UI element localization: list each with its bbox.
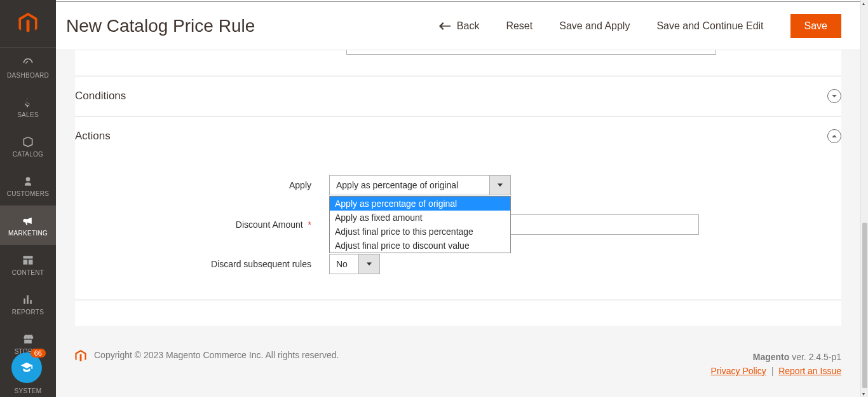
layout-icon [22, 254, 34, 267]
nav-label: MARKETING [8, 230, 48, 237]
magento-small-icon [75, 350, 86, 365]
save-and-continue-button[interactable]: Save and Continue Edit [656, 20, 763, 32]
nav-dashboard[interactable]: DASHBOARD [0, 48, 56, 87]
section-actions[interactable]: Actions [75, 116, 841, 156]
copyright-text: Copyright © 2023 Magento Commerce Inc. A… [94, 350, 339, 360]
person-icon [22, 175, 34, 188]
nav-reports[interactable]: REPORTS [0, 284, 56, 324]
content-area: Conditions Actions Apply Apply as percen… [56, 50, 860, 397]
caret-down-icon [367, 261, 372, 267]
nav-sales[interactable]: SALES [0, 87, 56, 127]
nav-label: CATALOG [13, 151, 43, 158]
row-discard-subsequent: Discard subsequent rules No [75, 254, 841, 274]
dropdown-button[interactable] [489, 176, 510, 195]
nav-label: SALES [17, 111, 39, 118]
footer-brand: Magento [753, 352, 790, 362]
apply-label: Apply [75, 180, 329, 190]
apply-dropdown-list: Apply as percentage of original Apply as… [329, 196, 511, 253]
help-badge: 66 [31, 349, 46, 358]
back-label: Back [457, 20, 480, 32]
form-area: Conditions Actions Apply Apply as percen… [75, 50, 841, 326]
nav-content[interactable]: CONTENT [0, 245, 56, 284]
save-button[interactable]: Save [790, 14, 841, 38]
caret-down-icon [498, 183, 503, 188]
page-header: New Catalog Price Rule Back Reset Save a… [56, 2, 860, 50]
scroll-thumb[interactable] [862, 223, 867, 388]
page-footer: Copyright © 2023 Magento Commerce Inc. A… [75, 350, 841, 378]
nav-label: SYSTEM [15, 387, 42, 394]
discount-label-text: Discount Amount [236, 219, 303, 230]
section-title: Actions [75, 130, 111, 143]
vertical-scrollbar[interactable]: ▴ ▾ [860, 0, 868, 397]
separator: | [771, 366, 774, 376]
chevron-down-icon [831, 93, 837, 99]
apply-value: Apply as percentage of original [330, 176, 489, 195]
apply-select[interactable]: Apply as percentage of original [329, 175, 511, 195]
footer-version: ver. 2.4.5-p1 [789, 352, 841, 362]
apply-option[interactable]: Apply as percentage of original [330, 197, 510, 211]
graduation-cap-icon [20, 361, 34, 375]
admin-sidebar: DASHBOARD SALES CATALOG CUSTOMERS MARKET… [0, 0, 56, 397]
scroll-down-arrow[interactable]: ▾ [862, 391, 867, 396]
section-title: Conditions [75, 90, 126, 102]
discount-amount-label: Discount Amount * [75, 219, 329, 230]
apply-option[interactable]: Adjust final price to this percentage [330, 225, 510, 239]
discard-label: Discard subsequent rules [75, 259, 329, 269]
actions-body: Apply Apply as percentage of original Ap… [75, 156, 841, 300]
dollar-icon [22, 96, 34, 109]
scroll-up-arrow[interactable]: ▴ [862, 1, 867, 6]
box-icon [22, 136, 34, 148]
reset-button[interactable]: Reset [506, 20, 532, 32]
nav-label: CUSTOMERS [7, 190, 49, 197]
apply-option[interactable]: Apply as fixed amount [330, 211, 510, 225]
nav-customers[interactable]: CUSTOMERS [0, 166, 56, 205]
row-apply: Apply Apply as percentage of original Ap… [75, 175, 841, 195]
magento-icon [18, 13, 37, 34]
section-conditions[interactable]: Conditions [75, 76, 841, 116]
dropdown-button[interactable] [358, 254, 379, 274]
bars-icon [22, 293, 34, 306]
back-button[interactable]: Back [439, 20, 480, 32]
apply-option[interactable]: Adjust final price to discount value [330, 239, 510, 253]
nav-label: CONTENT [12, 269, 44, 276]
privacy-policy-link[interactable]: Privacy Policy [711, 366, 766, 376]
megaphone-icon [22, 214, 34, 227]
nav-marketing[interactable]: MARKETING [0, 205, 56, 245]
help-bubble[interactable]: 66 [11, 352, 42, 383]
arrow-left-icon [439, 22, 451, 31]
chevron-up-icon [831, 133, 837, 139]
page-title: New Catalog Price Rule [66, 16, 255, 36]
store-icon [22, 333, 34, 345]
report-issue-link[interactable]: Report an Issue [778, 366, 841, 376]
nav-label: DASHBOARD [7, 72, 49, 79]
collapse-toggle[interactable] [827, 89, 841, 103]
discard-value: No [330, 254, 358, 274]
collapse-toggle[interactable] [827, 129, 841, 143]
dashboard-icon [22, 57, 34, 69]
nav-label: REPORTS [12, 309, 44, 316]
discard-select[interactable]: No [329, 254, 380, 274]
save-and-apply-button[interactable]: Save and Apply [559, 20, 630, 32]
required-asterisk: * [308, 219, 311, 230]
magento-logo[interactable] [0, 0, 56, 48]
nav-catalog[interactable]: CATALOG [0, 127, 56, 166]
